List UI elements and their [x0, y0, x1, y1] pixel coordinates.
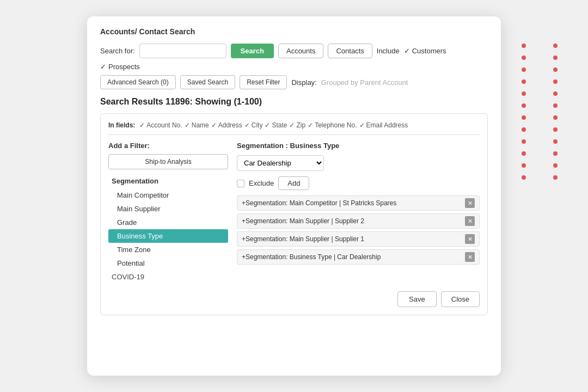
saved-search-button[interactable]: Saved Search: [180, 75, 235, 89]
accounts-button[interactable]: Accounts: [278, 44, 323, 58]
content-area: In fields: ✓ Account No. ✓ Name ✓ Addres…: [100, 113, 488, 315]
display-label: Display:: [291, 78, 316, 87]
filter-tag-text: +Segmentation: Main Supplier | Supplier …: [242, 235, 462, 243]
dot: [553, 151, 558, 156]
search-for-label: Search for:: [100, 47, 135, 55]
fields-label: In fields:: [108, 121, 135, 129]
segmentation-type-title: Segmentation : Business Type: [237, 142, 480, 150]
search-input[interactable]: [139, 44, 226, 58]
include-label: Include: [377, 47, 400, 55]
filter-item-time-zone[interactable]: Time Zone: [108, 243, 228, 256]
dot: [553, 91, 558, 96]
filter-item-business-type[interactable]: Business Type: [108, 229, 228, 243]
ship-to-analysis-button[interactable]: Ship-to Analysis: [108, 154, 228, 169]
filter-tag-text: +Segmentation: Business Type | Car Deale…: [242, 253, 462, 261]
dot: [522, 79, 526, 84]
filter-item-potential[interactable]: Potential: [108, 256, 228, 270]
filter-tag-2: +Segmentation: Main Supplier | Supplier …: [237, 213, 480, 229]
search-button[interactable]: Search: [231, 44, 274, 58]
exclude-row: Exclude Add: [237, 176, 480, 190]
customers-label: Customers: [412, 47, 446, 55]
check-icon: ✓: [244, 121, 250, 129]
filter-tag-3: +Segmentation: Main Supplier | Supplier …: [237, 231, 480, 247]
modal-card: Accounts/ Contact Search Search for: Sea…: [87, 16, 501, 376]
filter-item-grade[interactable]: Grade: [108, 216, 228, 229]
check-icon: ✓: [139, 121, 145, 129]
check-icon: ✓: [289, 121, 295, 129]
dot: [522, 163, 526, 168]
check-icon: ✓: [265, 121, 270, 129]
dot: [553, 115, 558, 120]
add-filter-label: Add a Filter:: [108, 142, 228, 150]
two-col-layout: Add a Filter: Ship-to Analysis Segmentat…: [108, 142, 480, 284]
filter-item-main-supplier[interactable]: Main Supplier: [108, 202, 228, 216]
filter-tag-text: +Segmentation: Main Competitor | St Patr…: [242, 199, 462, 207]
bottom-actions: Save Close: [108, 291, 480, 307]
dot: [522, 68, 526, 72]
dot: [553, 127, 558, 132]
check-icon: ✓: [185, 121, 190, 129]
customers-check: ✓ Customers: [404, 47, 446, 55]
filter-tag-close-button[interactable]: ✕: [465, 234, 475, 244]
check-icon: ✓: [404, 47, 410, 55]
business-type-select[interactable]: Car Dealership Manufacturer Retailer Dis…: [237, 155, 324, 171]
dot: [553, 68, 558, 72]
advanced-search-button[interactable]: Advanced Search (0): [100, 75, 176, 89]
dot: [522, 103, 526, 108]
field-name: ✓ Name: [185, 121, 209, 129]
dot: [522, 91, 526, 96]
filter-tag-close-button[interactable]: ✕: [465, 198, 475, 208]
dot: [553, 163, 558, 168]
exclude-label: Exclude: [249, 179, 274, 187]
filter-tag-text: +Segmentation: Main Supplier | Supplier …: [242, 217, 462, 225]
dot: [553, 175, 558, 180]
exclude-checkbox[interactable]: [237, 180, 244, 187]
dot: [553, 44, 558, 48]
dropdown-row: Car Dealership Manufacturer Retailer Dis…: [237, 155, 480, 171]
filter-tag-4: +Segmentation: Business Type | Car Deale…: [237, 249, 480, 265]
check-icon: ✓: [211, 121, 217, 129]
modal-title: Accounts/ Contact Search: [100, 27, 488, 36]
filter-tag-close-button[interactable]: ✕: [465, 252, 475, 262]
dot: [553, 56, 558, 60]
dot: [522, 56, 526, 60]
dot: [553, 103, 558, 108]
filter-item-main-competitor[interactable]: Main Competitor: [108, 188, 228, 202]
filter-tag-close-button[interactable]: ✕: [465, 216, 475, 226]
reset-filter-button[interactable]: Reset Filter: [240, 75, 287, 89]
dot: [522, 127, 526, 132]
dot: [522, 175, 526, 180]
field-email: ✓ Email Address: [359, 121, 408, 129]
add-button[interactable]: Add: [278, 176, 309, 190]
close-button[interactable]: Close: [441, 291, 480, 307]
save-button[interactable]: Save: [397, 291, 437, 307]
toolbar-row: Advanced Search (0) Saved Search Reset F…: [100, 75, 488, 89]
field-account-no: ✓ Account No.: [139, 121, 182, 129]
dot: [522, 139, 526, 144]
display-value: Grouped by Parent Account: [321, 78, 408, 87]
dot: [522, 44, 526, 48]
field-city: ✓ City: [244, 121, 263, 129]
results-heading: Search Results 11896: Showing (1-100): [100, 97, 488, 107]
check-icon: ✓: [308, 121, 313, 129]
field-zip: ✓ Zip: [289, 121, 305, 129]
dot: [553, 79, 558, 84]
field-telephone: ✓ Telephone No.: [308, 121, 357, 129]
filter-item-covid[interactable]: COVID-19: [108, 270, 228, 284]
prospects-label: Prospects: [108, 63, 140, 71]
check-icon: ✓: [100, 63, 106, 71]
check-icon: ✓: [359, 121, 365, 129]
field-state: ✓ State: [265, 121, 287, 129]
segmentation-section-title: Segmentation: [108, 175, 228, 187]
fields-row: In fields: ✓ Account No. ✓ Name ✓ Addres…: [108, 121, 480, 129]
filter-content: Segmentation : Business Type Car Dealers…: [237, 142, 480, 284]
dot: [522, 115, 526, 120]
dot: [553, 139, 558, 144]
divider: [108, 134, 480, 135]
search-bar-row: Search for: Search Accounts Contacts Inc…: [100, 44, 488, 71]
filter-panel: Add a Filter: Ship-to Analysis Segmentat…: [108, 142, 228, 284]
field-address: ✓ Address: [211, 121, 242, 129]
filter-tag-1: +Segmentation: Main Competitor | St Patr…: [237, 195, 480, 211]
contacts-button[interactable]: Contacts: [328, 44, 372, 58]
prospects-check: ✓ Prospects: [100, 63, 140, 71]
